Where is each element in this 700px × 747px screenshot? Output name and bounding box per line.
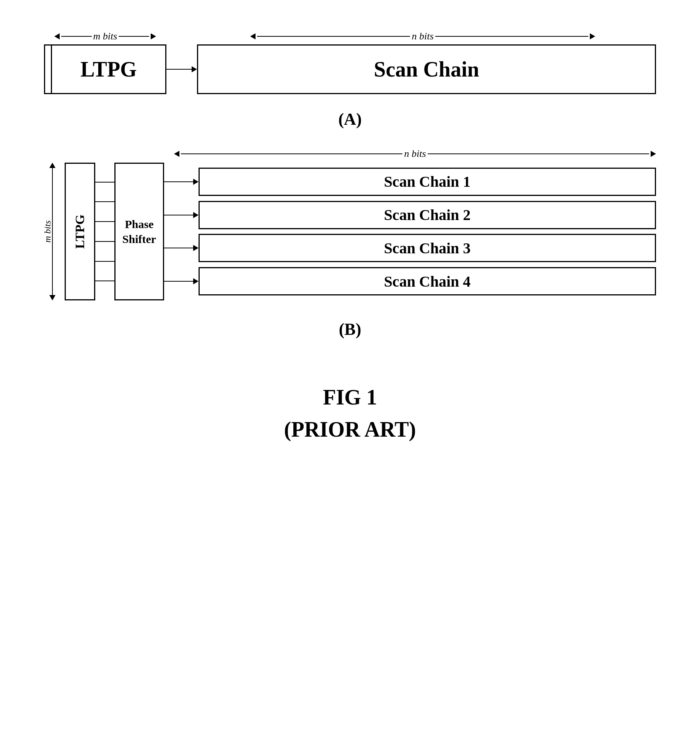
nbits-arrow-right-a	[590, 33, 595, 39]
phase-shifter-box: Phase Shifter	[114, 163, 164, 300]
mbits-arrow-right-a	[151, 33, 156, 39]
mbits-label-a: m bits	[93, 31, 117, 42]
scan-chains-container: Scan Chain 1 Scan Chain 2	[164, 163, 656, 300]
mbits-label-b: m bits	[42, 220, 53, 243]
scan-chain-row-1: Scan Chain 1	[164, 168, 656, 196]
nbits-label-a: n bits	[412, 31, 433, 42]
multi-lines-b	[95, 163, 114, 300]
scan-chain-box-3: Scan Chain 3	[199, 234, 656, 262]
ltpg-box-b: LTPG	[65, 163, 95, 300]
mbits-arrow-b: m bits	[44, 163, 61, 300]
scan-chain-box-a: Scan Chain	[197, 44, 656, 94]
scan-chain-row-3: Scan Chain 3	[164, 234, 656, 262]
label-a: (A)	[338, 109, 361, 129]
fig-caption: FIG 1 (PRIOR ART)	[284, 381, 416, 445]
nbits-arrow-right-b	[651, 151, 656, 157]
nbits-arrow-left-b	[174, 151, 179, 157]
fig-line2: (PRIOR ART)	[284, 413, 416, 445]
scan-chain-row-4: Scan Chain 4	[164, 267, 656, 295]
ltpg-box-a: LTPG	[51, 44, 166, 94]
diagram-b: n bits m bits LTPG	[44, 148, 656, 300]
scan-chain-box-1: Scan Chain 1	[199, 168, 656, 196]
connector-arrow-a	[166, 66, 197, 72]
feedback-line	[44, 44, 51, 94]
diagram-a: m bits n bits LTPG	[44, 31, 656, 94]
nbits-arrow-left-a	[250, 33, 256, 39]
label-b: (B)	[44, 320, 656, 339]
scan-chain-row-2: Scan Chain 2	[164, 201, 656, 229]
mbits-arrow-left-a	[54, 33, 60, 39]
scan-chain-box-4: Scan Chain 4	[199, 267, 656, 295]
fig-line1: FIG 1	[284, 381, 416, 413]
scan-chain-box-2: Scan Chain 2	[199, 201, 656, 229]
nbits-label-b: n bits	[404, 148, 426, 160]
